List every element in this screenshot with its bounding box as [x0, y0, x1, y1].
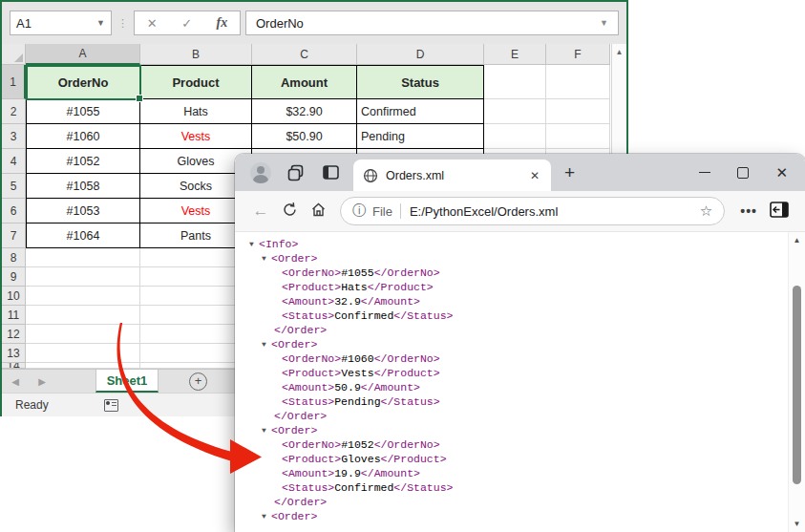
- collapse-toggle-icon[interactable]: ▼: [249, 237, 259, 251]
- refresh-icon[interactable]: [277, 202, 302, 222]
- xml-line: <OrderNo>#1055</OrderNo>: [245, 266, 788, 280]
- formula-bar-grip-icon[interactable]: ⋮: [117, 17, 128, 30]
- tab-close-icon[interactable]: ✕: [528, 169, 541, 182]
- cell-A11[interactable]: [26, 306, 140, 325]
- cell-A5[interactable]: #1058: [26, 174, 140, 199]
- page-info-icon[interactable]: ⓘ: [352, 202, 366, 220]
- cell-E2[interactable]: [484, 99, 546, 124]
- column-header-A[interactable]: A: [26, 44, 140, 65]
- row-header-4[interactable]: 4: [2, 149, 26, 174]
- cell-A10[interactable]: [26, 287, 140, 306]
- prev-sheet-icon[interactable]: ◀: [2, 376, 29, 387]
- add-sheet-button[interactable]: +: [189, 372, 207, 391]
- collapse-toggle-icon[interactable]: ▼: [262, 251, 271, 266]
- cancel-entry-icon[interactable]: ✕: [147, 16, 158, 31]
- cell-C1[interactable]: Amount: [252, 65, 357, 99]
- cell-F1[interactable]: [546, 65, 610, 99]
- row-header-12[interactable]: 12: [2, 325, 26, 344]
- formula-input[interactable]: OrderNo ▼: [245, 11, 619, 35]
- favorite-star-icon[interactable]: ☆: [700, 202, 712, 220]
- cell-C3[interactable]: $50.90: [252, 124, 357, 149]
- macro-record-icon[interactable]: [104, 399, 118, 412]
- address-bar[interactable]: ⓘ File E:/PythonExcel/Orders.xml ☆: [340, 197, 725, 225]
- row-header-10[interactable]: 10: [2, 287, 26, 306]
- row-header-1[interactable]: 1: [2, 65, 26, 99]
- column-header-C[interactable]: C: [252, 44, 357, 65]
- select-all-corner[interactable]: [2, 44, 26, 65]
- workspaces-icon[interactable]: [286, 163, 306, 182]
- cell-D3[interactable]: Pending: [357, 124, 484, 149]
- cell-C2[interactable]: $32.90: [252, 99, 357, 124]
- cell-E3[interactable]: [484, 124, 546, 149]
- row-header-13[interactable]: 13: [2, 344, 26, 363]
- close-window-icon[interactable]: ✕: [775, 168, 788, 178]
- name-box[interactable]: A1 ▼: [10, 11, 112, 35]
- cell-E1[interactable]: [484, 65, 546, 99]
- xml-line: <Product>Gloves</Product>: [245, 452, 788, 466]
- cell-A1[interactable]: OrderNo: [26, 65, 140, 99]
- cell-B3[interactable]: Vests: [140, 124, 252, 149]
- xml-value: Pending: [334, 395, 380, 408]
- column-header-E[interactable]: E: [484, 44, 546, 65]
- row-header-6[interactable]: 6: [2, 199, 26, 223]
- column-header-B[interactable]: B: [140, 44, 252, 65]
- cell-D1[interactable]: Status: [357, 65, 484, 99]
- cell-A9[interactable]: [26, 267, 140, 287]
- row-header-3[interactable]: 3: [2, 124, 26, 149]
- scroll-up-icon[interactable]: ▲: [612, 44, 626, 56]
- collapse-toggle-icon[interactable]: ▼: [262, 337, 271, 351]
- cell-A12[interactable]: [26, 325, 140, 344]
- row-header-2[interactable]: 2: [2, 99, 26, 124]
- cell-B1[interactable]: Product: [140, 65, 252, 99]
- cell-A2[interactable]: #1055: [26, 99, 140, 124]
- cell-A4[interactable]: #1052: [26, 149, 140, 174]
- row-header-11[interactable]: 11: [2, 306, 26, 325]
- file-scheme-label: File: [372, 204, 392, 219]
- scroll-up-icon[interactable]: ▲: [789, 236, 805, 245]
- tab-actions-menu-icon[interactable]: [321, 163, 340, 182]
- cell-B2[interactable]: Hats: [140, 99, 252, 124]
- cell-A6[interactable]: #1053: [26, 199, 140, 223]
- row-header-7[interactable]: 7: [2, 223, 26, 248]
- confirm-entry-icon[interactable]: ✓: [181, 16, 192, 31]
- browser-tab-orders-xml[interactable]: Orders.xml ✕: [353, 160, 551, 191]
- cell-F2[interactable]: [546, 99, 610, 124]
- cell-A7[interactable]: #1064: [26, 223, 140, 248]
- xml-value: Vests: [341, 367, 374, 379]
- scroll-down-icon[interactable]: ▼: [789, 520, 805, 528]
- profile-avatar-icon[interactable]: [250, 162, 271, 183]
- browser-vertical-scrollbar[interactable]: ▲ ▼: [788, 232, 805, 532]
- collapse-toggle-icon[interactable]: ▼: [262, 509, 271, 523]
- settings-more-icon[interactable]: •••: [740, 203, 757, 219]
- cell-F3[interactable]: [546, 124, 610, 149]
- xml-tag: <Status>: [282, 309, 334, 322]
- sidebar-toggle-icon[interactable]: [767, 202, 792, 222]
- back-icon[interactable]: ←: [248, 202, 273, 221]
- cell-D2[interactable]: Confirmed: [357, 99, 484, 124]
- cell-A8[interactable]: [26, 248, 140, 267]
- collapse-toggle-icon[interactable]: ▼: [262, 423, 271, 437]
- home-icon[interactable]: [306, 202, 330, 222]
- next-sheet-icon[interactable]: ▶: [29, 376, 55, 387]
- xml-line: <Product>Vests</Product>: [245, 366, 788, 380]
- formula-value: OrderNo: [256, 16, 304, 31]
- xml-tree-view: ▼<Info>▼<Order><OrderNo>#1055</OrderNo><…: [235, 237, 788, 532]
- formula-bar-expand-icon[interactable]: ▼: [600, 18, 608, 28]
- cell-A13[interactable]: [26, 344, 140, 363]
- xml-tag: <OrderNo>: [282, 266, 341, 279]
- row-header-9[interactable]: 9: [2, 267, 26, 287]
- column-header-F[interactable]: F: [546, 44, 610, 65]
- column-header-D[interactable]: D: [357, 44, 484, 65]
- row-header-5[interactable]: 5: [2, 174, 26, 199]
- maximize-icon[interactable]: [737, 167, 749, 179]
- new-tab-icon[interactable]: +: [564, 162, 575, 183]
- cell-A3[interactable]: #1060: [26, 124, 140, 149]
- sheet-tab-sheet1[interactable]: Sheet1: [95, 370, 159, 393]
- name-box-dropdown-icon[interactable]: ▼: [96, 18, 105, 28]
- scrollbar-thumb[interactable]: [793, 286, 801, 484]
- xml-tag: </OrderNo>: [374, 438, 440, 451]
- row-header-8[interactable]: 8: [2, 248, 26, 267]
- xml-value: Hats: [341, 281, 368, 293]
- minimize-icon[interactable]: [699, 172, 710, 174]
- insert-function-icon[interactable]: fx: [217, 15, 228, 31]
